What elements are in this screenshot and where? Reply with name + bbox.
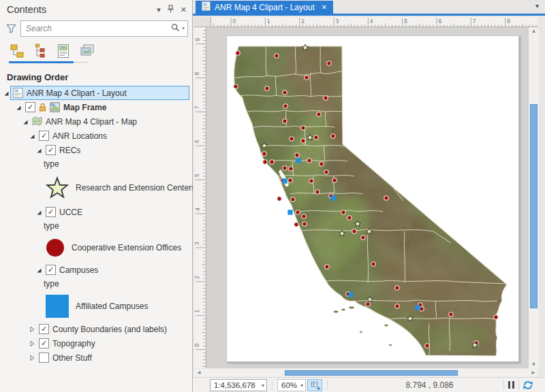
scroll-down-icon[interactable]: ▼ [529,361,539,368]
expanded-arrow-icon[interactable] [35,209,43,216]
tree-item-label: RECs [59,146,80,155]
cursor-coordinates: 8.794 , 9.086 [356,380,503,390]
tree-item-15[interactable]: Other Stuff [0,350,189,365]
horizontal-scrollbar[interactable]: ◄ ► [194,369,538,377]
layer-checkbox[interactable]: ✓ [46,265,56,275]
scroll-up-icon[interactable]: ▲ [529,28,539,34]
legend-label: Affiliated Campuses [76,301,149,311]
expanded-arrow-icon[interactable] [35,267,43,274]
panel-close-icon[interactable]: ✕ [181,5,187,14]
vertical-scrollbar[interactable]: ▲ ▼ [528,27,539,368]
pause-drawing-button[interactable] [508,381,514,389]
svg-text:1: 1 [194,310,201,313]
svg-text:5: 5 [404,18,407,24]
symbology-field-label: type [0,277,192,291]
layout-icon [13,88,23,98]
tree-item-4[interactable]: ✓RECs [0,143,189,157]
collapsed-arrow-icon[interactable] [29,355,36,361]
search-input[interactable] [20,20,188,37]
tree-item-label: Other Stuff [52,353,92,363]
zoom-caret-icon[interactable]: ▾ [297,382,303,389]
search-icon[interactable] [171,23,180,33]
layer-checkbox[interactable]: ✓ [39,324,49,334]
svg-text:8: 8 [194,71,201,75]
tree-item-3[interactable]: ✓ANR Locations [0,129,189,143]
tab-list-caret-icon[interactable]: ▾ [535,2,539,10]
legend-row-star: Research and Extension Centers [0,171,192,205]
tab-anr-map-4-clipart-layout[interactable]: ANR Map 4 Clipart - Layout ✕ [196,1,333,14]
symbology-field-label: type [0,219,192,233]
svg-text:3: 3 [335,18,339,24]
refresh-icon [522,379,534,391]
tree-item-2[interactable]: ANR Map 4 Clipart - Map [0,114,189,129]
legend-circle-swatch[interactable] [45,238,65,258]
expanded-arrow-icon[interactable] [3,90,10,97]
search-options-caret-icon[interactable]: ▾ [182,25,185,31]
svg-text:7: 7 [473,18,476,24]
vertical-ruler: 9876543210 [194,27,206,368]
expanded-arrow-icon[interactable] [22,118,29,125]
tree-item-10[interactable]: ✓Campuses [0,263,189,277]
vertical-scroll-thumb[interactable] [530,104,538,308]
layout-view-area: ANR Map 4 Clipart - Layout ✕ ▾ 012345678… [193,0,545,392]
tab-close-icon[interactable]: ✕ [322,3,327,11]
lock-icon [39,103,46,112]
list-by-source-icon[interactable] [32,42,49,59]
svg-text:2: 2 [301,18,305,24]
panel-menu-caret-icon[interactable]: ▾ [157,5,161,14]
scale-caret-icon[interactable]: ▾ [258,382,264,389]
svg-text:0: 0 [194,344,201,347]
zoom-combobox[interactable]: 60% ▾ [277,379,306,391]
list-by-layout-element-icon[interactable] [55,42,72,59]
scroll-right-icon[interactable]: ► [531,370,536,376]
scale-combobox[interactable]: 1:4,536,678 ▾ [210,379,267,391]
svg-text:6: 6 [438,18,441,24]
map-frame-plus-icon [310,380,320,391]
tree-item-label: ANR Locations [52,131,107,141]
list-by-drawing-order-icon[interactable] [9,42,26,59]
list-by-image-gallery-icon[interactable] [78,42,95,59]
pin-icon[interactable] [167,5,174,14]
refresh-button[interactable] [522,379,534,391]
layout-canvas[interactable] [206,27,528,368]
tree-item-label: Map Frame [63,103,106,112]
expanded-arrow-icon[interactable] [15,104,22,111]
collapsed-arrow-icon[interactable] [29,340,36,347]
mapframe-icon [50,102,60,112]
filter-funnel-icon[interactable] [5,24,17,33]
svg-text:7: 7 [194,105,201,109]
scale-value: 1:4,536,678 [214,381,255,389]
tree-item-0[interactable]: ANR Map 4 Clipart - Layout [0,86,189,100]
layer-checkbox[interactable]: ✓ [46,207,56,217]
layer-checkbox[interactable] [39,353,49,363]
california-map-frame[interactable] [225,31,525,364]
expanded-arrow-icon[interactable] [29,133,36,140]
legend-star-swatch[interactable] [45,176,69,200]
legend-square-swatch[interactable] [45,294,69,318]
tab-label: ANR Map 4 Clipart - Layout [215,3,315,12]
tree-item-13[interactable]: ✓County Boundaries (and labels) [0,322,189,336]
expanded-arrow-icon[interactable] [35,147,43,154]
horizontal-ruler: 012345678 [211,17,538,27]
svg-text:4: 4 [370,18,373,24]
tree-item-14[interactable]: ✓Topography [0,336,189,350]
horizontal-scroll-thumb[interactable] [285,370,458,376]
tree-item-1[interactable]: ✓Map Frame [0,100,189,114]
layer-checkbox[interactable]: ✓ [39,131,49,141]
layer-checkbox[interactable]: ✓ [25,102,35,112]
view-tab-bar: ANR Map 4 Clipart - Layout ✕ ▾ [193,0,545,14]
tree-item-7[interactable]: ✓UCCE [0,205,189,219]
tree-item-label: Campuses [59,265,98,275]
svg-text:9: 9 [194,38,201,42]
layer-checkbox[interactable]: ✓ [39,338,49,348]
legend-row-circle: Cooperative Extension Offices [0,233,192,263]
active-tab-strip [193,14,545,16]
activate-map-frame-button[interactable] [307,379,322,391]
layer-checkbox[interactable]: ✓ [46,145,56,155]
svg-text:3: 3 [194,242,201,245]
legend-label: Research and Extension Centers [76,183,196,193]
legend-label: Cooperative Extension Offices [72,243,181,252]
contents-toolbar [0,37,192,59]
collapsed-arrow-icon[interactable] [29,326,36,333]
scroll-left-icon[interactable]: ◄ [196,370,202,376]
